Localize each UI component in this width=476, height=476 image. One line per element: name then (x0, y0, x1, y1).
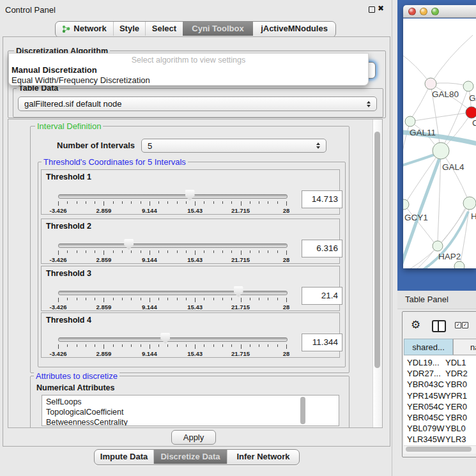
columns-icon[interactable] (432, 320, 446, 332)
slider-tick (195, 250, 196, 255)
table-row[interactable]: YDL19...YDL1 (404, 358, 476, 369)
cell-name: YBL0 (445, 424, 466, 433)
network-edge[interactable] (410, 113, 466, 121)
table-row[interactable]: YPR145WYPR1 (404, 391, 476, 402)
tab-infer-network[interactable]: Infer Network (227, 450, 299, 464)
tab-network[interactable]: Network (56, 22, 114, 36)
slider-tick (222, 201, 223, 204)
network-canvas[interactable]: GAL80GACGAL11GAL4GCY1HHAP2 (403, 19, 476, 268)
threshold-value-field[interactable]: 6.316 (302, 240, 342, 257)
slider-tick-label: 2.859 (84, 350, 123, 357)
close-button[interactable] (408, 8, 416, 15)
threshold-slider-thumb[interactable] (185, 190, 195, 201)
threshold-slider-thumb[interactable] (160, 333, 170, 344)
zoom-button[interactable] (431, 8, 439, 15)
slider-tick (86, 344, 86, 347)
popup-item-equal-width-frequency-discretization[interactable]: Equal Width/Frequency Discretization (9, 75, 368, 86)
threshold-slider-thumb[interactable] (124, 239, 134, 250)
threshold-slider-track[interactable] (58, 194, 288, 199)
network-node-label: GAL4 (442, 162, 464, 172)
network-node-gal4[interactable] (433, 142, 449, 159)
checkbox-icon[interactable]: ✓ (462, 322, 468, 328)
slider-tick-label: -3.426 (39, 303, 77, 311)
threshold-value-field[interactable]: 21.4 (302, 287, 342, 305)
checkbox-icon[interactable]: ✓ (455, 322, 461, 328)
apply-button[interactable]: Apply (171, 430, 216, 445)
threshold-slider-track[interactable] (58, 243, 288, 248)
slider-tick (186, 298, 187, 300)
attributes-list-scrollbar[interactable] (300, 397, 305, 424)
column-header-name[interactable]: na (453, 339, 476, 355)
settings-scrollbar-thumb[interactable] (374, 132, 380, 368)
table-row[interactable]: YDR27...YDR2 (404, 369, 476, 380)
slider-tick (131, 298, 132, 300)
slider-tick-label: 28 (267, 350, 305, 357)
popup-item-manual-discretization[interactable]: Manual Discretization (9, 65, 368, 75)
tab-cyni-toolbox[interactable]: Cyni Toolbox (183, 22, 253, 36)
slider-tick (195, 298, 196, 302)
close-icon[interactable]: ✖ (378, 4, 384, 13)
network-node-label: C (472, 118, 476, 128)
column-header-shared-name[interactable]: shared... (404, 339, 453, 355)
popup-item-select-algorithm-to-view-settings[interactable]: Select algorithm to view settings (9, 55, 368, 65)
spinner-arrows-icon (316, 142, 320, 149)
slider-tick-label: 9.144 (130, 303, 169, 311)
network-node-gal11[interactable] (405, 116, 415, 127)
table-row[interactable]: YBL079WYBL0 (404, 424, 476, 434)
threshold-row-3: Threshold 3-3.4262.8599.14415.4321.71528… (41, 266, 340, 311)
slider-tick (158, 298, 159, 300)
threshold-value-field[interactable]: 11.344 (302, 334, 342, 351)
slider-tick (150, 298, 150, 302)
threshold-value-field[interactable]: 14.713 (302, 190, 342, 208)
network-node-ga[interactable] (463, 81, 473, 91)
tab-label: Select (152, 22, 176, 36)
network-node-c[interactable] (466, 107, 476, 118)
tab-discretize-data[interactable]: Discretize Data (154, 450, 227, 464)
slider-tick (104, 344, 104, 349)
threshold-slider-track[interactable] (58, 291, 288, 295)
float-window-icon[interactable] (369, 6, 375, 13)
slider-tick (158, 201, 159, 204)
minimize-button[interactable] (420, 8, 427, 15)
threshold-slider-thumb[interactable] (234, 286, 243, 297)
node-table-rows: YDL19...YDL1YDR27...YDR2YBR043CYBR0YPR14… (404, 356, 476, 445)
network-edge[interactable] (431, 35, 473, 84)
settings-scroll-area: Interval Definition Number of Intervals … (8, 119, 383, 428)
network-node[interactable] (454, 261, 464, 268)
slider-tick (277, 201, 278, 204)
tab-select[interactable]: Select (146, 22, 183, 36)
tab-jactivemnodules[interactable]: jActiveMNodules (253, 22, 335, 36)
slider-tick-label: 28 (267, 256, 305, 263)
attributes-list[interactable]: SelfLoopsTopologicalCoefficientBetweenne… (42, 395, 339, 426)
tab-impute-data[interactable]: Impute Data (95, 450, 154, 464)
table-hscrollbar-thumb[interactable] (406, 447, 472, 452)
attribute-item-topologicalcoefficient[interactable]: TopologicalCoefficient (42, 407, 339, 417)
slider-tick (77, 250, 77, 253)
slider-tick (95, 344, 95, 347)
slider-tick (241, 201, 242, 206)
attribute-item-betweennesscentrality[interactable]: BetweennessCentrality (42, 417, 339, 426)
tab-label: Style (119, 22, 139, 36)
slider-tick (141, 298, 141, 300)
slider-tick (177, 298, 178, 300)
slider-tick (268, 201, 268, 204)
threshold-row-4: Threshold 4-3.4262.8599.14415.4321.71528… (41, 312, 340, 358)
network-node-gcy1[interactable] (403, 199, 409, 210)
control-panel-tabbar: NetworkStyleSelectCyni ToolboxjActiveMNo… (55, 21, 336, 38)
num-intervals-spinner[interactable]: 5 (141, 139, 326, 153)
cell-name: YBR0 (445, 380, 467, 389)
network-node-gal80[interactable] (425, 78, 436, 89)
table-row[interactable]: YBR043CYBR0 (404, 380, 476, 390)
table-row[interactable]: YER054CYER0 (404, 402, 476, 413)
attribute-item-selfloops[interactable]: SelfLoops (42, 397, 339, 407)
network-window-titlebar[interactable] (403, 5, 476, 18)
network-node-h[interactable] (463, 197, 476, 210)
threshold-slider-track[interactable] (58, 337, 288, 342)
network-node-hap2[interactable] (433, 241, 443, 251)
table-row[interactable]: YBR045CYBR0 (404, 413, 476, 424)
table-data-combobox[interactable]: galFiltered.sif default node (18, 96, 377, 111)
tab-label: Impute Data (100, 450, 148, 464)
table-row[interactable]: YLR345WYLR3 (404, 434, 476, 445)
gear-icon[interactable]: ⚙ (411, 318, 420, 332)
tab-style[interactable]: Style (114, 22, 146, 36)
